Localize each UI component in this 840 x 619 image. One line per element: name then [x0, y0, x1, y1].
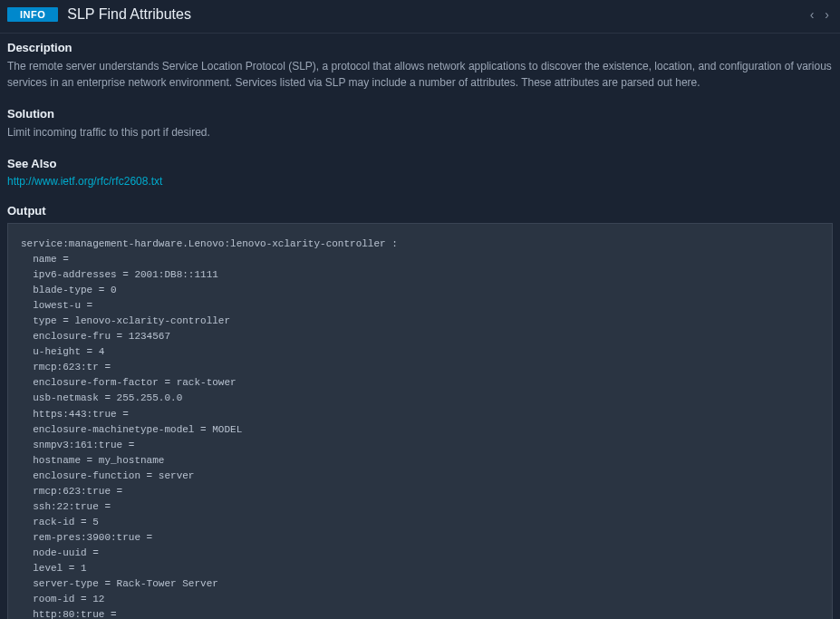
- next-arrow-icon[interactable]: ›: [821, 5, 833, 24]
- description-header: Description: [7, 41, 833, 54]
- output-box: service:management-hardware.Lenovo:lenov…: [7, 223, 833, 619]
- output-section: Output service:management-hardware.Lenov…: [7, 204, 833, 619]
- output-header: Output: [7, 204, 833, 218]
- seealso-link[interactable]: http://www.ietf.org/rfc/rfc2608.txt: [7, 175, 162, 188]
- nav-arrows: ‹ ›: [806, 5, 833, 24]
- page-header: INFO SLP Find Attributes ‹ ›: [0, 0, 840, 34]
- prev-arrow-icon[interactable]: ‹: [806, 5, 818, 24]
- solution-section: Solution Limit incoming traffic to this …: [7, 107, 833, 140]
- seealso-header: See Also: [7, 157, 833, 170]
- solution-header: Solution: [7, 107, 833, 121]
- description-section: Description The remote server understand…: [7, 41, 833, 91]
- seealso-section: See Also http://www.ietf.org/rfc/rfc2608…: [7, 157, 833, 188]
- content-area: Description The remote server understand…: [0, 34, 840, 619]
- header-left: INFO SLP Find Attributes: [7, 6, 191, 23]
- description-text: The remote server understands Service Lo…: [7, 58, 833, 91]
- output-text: service:management-hardware.Lenovo:lenov…: [21, 237, 819, 619]
- solution-text: Limit incoming traffic to this port if d…: [7, 124, 833, 140]
- info-badge: INFO: [7, 7, 58, 22]
- page-title: SLP Find Attributes: [67, 6, 191, 23]
